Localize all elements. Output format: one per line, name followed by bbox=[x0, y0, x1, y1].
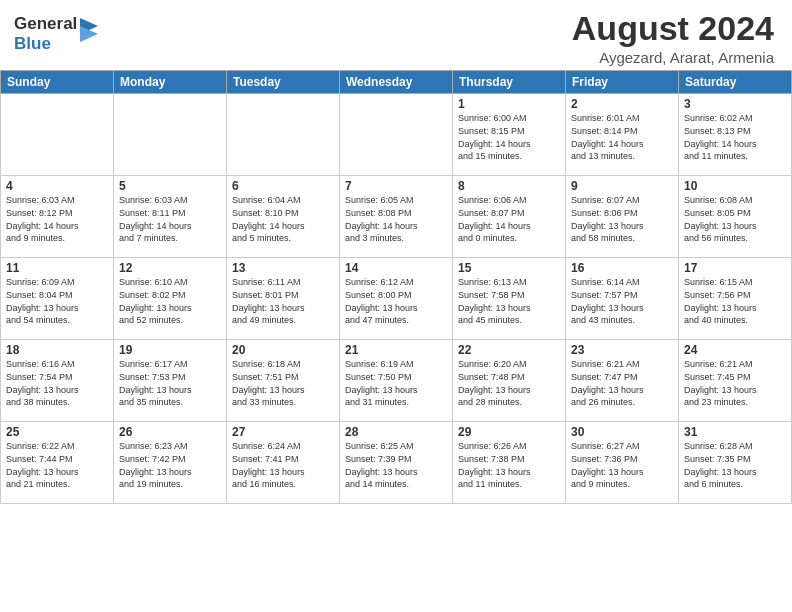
logo-wrap: General Blue bbox=[14, 10, 102, 53]
calendar-day-cell: 5Sunrise: 6:03 AMSunset: 8:11 PMDaylight… bbox=[114, 176, 227, 258]
calendar-day-cell: 9Sunrise: 6:07 AMSunset: 8:06 PMDaylight… bbox=[566, 176, 679, 258]
calendar-day-cell: 30Sunrise: 6:27 AMSunset: 7:36 PMDayligh… bbox=[566, 422, 679, 504]
day-info: Sunrise: 6:27 AMSunset: 7:36 PMDaylight:… bbox=[571, 440, 673, 490]
day-info: Sunrise: 6:03 AMSunset: 8:11 PMDaylight:… bbox=[119, 194, 221, 244]
day-number: 8 bbox=[458, 179, 560, 193]
day-info: Sunrise: 6:01 AMSunset: 8:14 PMDaylight:… bbox=[571, 112, 673, 162]
calendar-day-cell: 25Sunrise: 6:22 AMSunset: 7:44 PMDayligh… bbox=[1, 422, 114, 504]
calendar-day-cell: 8Sunrise: 6:06 AMSunset: 8:07 PMDaylight… bbox=[453, 176, 566, 258]
calendar-day-cell: 17Sunrise: 6:15 AMSunset: 7:56 PMDayligh… bbox=[679, 258, 792, 340]
day-info: Sunrise: 6:12 AMSunset: 8:00 PMDaylight:… bbox=[345, 276, 447, 326]
day-info: Sunrise: 6:26 AMSunset: 7:38 PMDaylight:… bbox=[458, 440, 560, 490]
day-number: 1 bbox=[458, 97, 560, 111]
calendar-day-cell: 11Sunrise: 6:09 AMSunset: 8:04 PMDayligh… bbox=[1, 258, 114, 340]
day-number: 17 bbox=[684, 261, 786, 275]
calendar-header-row: SundayMondayTuesdayWednesdayThursdayFrid… bbox=[1, 71, 792, 94]
calendar-day-header: Saturday bbox=[679, 71, 792, 94]
day-info: Sunrise: 6:11 AMSunset: 8:01 PMDaylight:… bbox=[232, 276, 334, 326]
day-number: 22 bbox=[458, 343, 560, 357]
logo-blue: Blue bbox=[14, 34, 51, 53]
calendar-day-cell: 16Sunrise: 6:14 AMSunset: 7:57 PMDayligh… bbox=[566, 258, 679, 340]
day-number: 5 bbox=[119, 179, 221, 193]
page-container: General Blue August 2024 Aygezard, Arara… bbox=[0, 0, 792, 612]
calendar-day-header: Tuesday bbox=[227, 71, 340, 94]
calendar-week-row: 1Sunrise: 6:00 AMSunset: 8:15 PMDaylight… bbox=[1, 94, 792, 176]
title-block: August 2024 Aygezard, Ararat, Armenia bbox=[572, 10, 774, 66]
day-number: 28 bbox=[345, 425, 447, 439]
day-number: 31 bbox=[684, 425, 786, 439]
day-number: 11 bbox=[6, 261, 108, 275]
calendar-day-header: Sunday bbox=[1, 71, 114, 94]
day-number: 12 bbox=[119, 261, 221, 275]
logo-text-block: General Blue bbox=[14, 14, 77, 53]
day-info: Sunrise: 6:13 AMSunset: 7:58 PMDaylight:… bbox=[458, 276, 560, 326]
day-number: 16 bbox=[571, 261, 673, 275]
logo-flag-icon bbox=[80, 16, 102, 44]
day-info: Sunrise: 6:28 AMSunset: 7:35 PMDaylight:… bbox=[684, 440, 786, 490]
calendar-day-cell bbox=[114, 94, 227, 176]
day-number: 24 bbox=[684, 343, 786, 357]
day-number: 9 bbox=[571, 179, 673, 193]
day-info: Sunrise: 6:10 AMSunset: 8:02 PMDaylight:… bbox=[119, 276, 221, 326]
calendar-day-cell: 7Sunrise: 6:05 AMSunset: 8:08 PMDaylight… bbox=[340, 176, 453, 258]
calendar-day-cell bbox=[227, 94, 340, 176]
day-number: 18 bbox=[6, 343, 108, 357]
day-number: 4 bbox=[6, 179, 108, 193]
day-info: Sunrise: 6:00 AMSunset: 8:15 PMDaylight:… bbox=[458, 112, 560, 162]
day-number: 2 bbox=[571, 97, 673, 111]
calendar-day-cell: 1Sunrise: 6:00 AMSunset: 8:15 PMDaylight… bbox=[453, 94, 566, 176]
calendar-day-cell: 15Sunrise: 6:13 AMSunset: 7:58 PMDayligh… bbox=[453, 258, 566, 340]
day-info: Sunrise: 6:23 AMSunset: 7:42 PMDaylight:… bbox=[119, 440, 221, 490]
day-info: Sunrise: 6:20 AMSunset: 7:48 PMDaylight:… bbox=[458, 358, 560, 408]
day-info: Sunrise: 6:07 AMSunset: 8:06 PMDaylight:… bbox=[571, 194, 673, 244]
day-info: Sunrise: 6:21 AMSunset: 7:47 PMDaylight:… bbox=[571, 358, 673, 408]
calendar-day-cell: 20Sunrise: 6:18 AMSunset: 7:51 PMDayligh… bbox=[227, 340, 340, 422]
calendar-day-cell: 12Sunrise: 6:10 AMSunset: 8:02 PMDayligh… bbox=[114, 258, 227, 340]
day-info: Sunrise: 6:03 AMSunset: 8:12 PMDaylight:… bbox=[6, 194, 108, 244]
calendar-day-cell: 4Sunrise: 6:03 AMSunset: 8:12 PMDaylight… bbox=[1, 176, 114, 258]
calendar-day-cell: 6Sunrise: 6:04 AMSunset: 8:10 PMDaylight… bbox=[227, 176, 340, 258]
day-number: 15 bbox=[458, 261, 560, 275]
day-number: 3 bbox=[684, 97, 786, 111]
calendar-day-header: Friday bbox=[566, 71, 679, 94]
header: General Blue August 2024 Aygezard, Arara… bbox=[0, 0, 792, 70]
day-info: Sunrise: 6:08 AMSunset: 8:05 PMDaylight:… bbox=[684, 194, 786, 244]
day-number: 7 bbox=[345, 179, 447, 193]
day-number: 10 bbox=[684, 179, 786, 193]
day-number: 29 bbox=[458, 425, 560, 439]
day-info: Sunrise: 6:16 AMSunset: 7:54 PMDaylight:… bbox=[6, 358, 108, 408]
day-info: Sunrise: 6:17 AMSunset: 7:53 PMDaylight:… bbox=[119, 358, 221, 408]
calendar-day-header: Thursday bbox=[453, 71, 566, 94]
day-number: 30 bbox=[571, 425, 673, 439]
day-number: 21 bbox=[345, 343, 447, 357]
calendar-day-cell: 19Sunrise: 6:17 AMSunset: 7:53 PMDayligh… bbox=[114, 340, 227, 422]
calendar-day-cell: 14Sunrise: 6:12 AMSunset: 8:00 PMDayligh… bbox=[340, 258, 453, 340]
day-number: 27 bbox=[232, 425, 334, 439]
calendar-day-cell: 13Sunrise: 6:11 AMSunset: 8:01 PMDayligh… bbox=[227, 258, 340, 340]
calendar-day-cell: 28Sunrise: 6:25 AMSunset: 7:39 PMDayligh… bbox=[340, 422, 453, 504]
day-info: Sunrise: 6:25 AMSunset: 7:39 PMDaylight:… bbox=[345, 440, 447, 490]
calendar-day-cell: 24Sunrise: 6:21 AMSunset: 7:45 PMDayligh… bbox=[679, 340, 792, 422]
calendar-day-header: Monday bbox=[114, 71, 227, 94]
calendar-day-cell: 29Sunrise: 6:26 AMSunset: 7:38 PMDayligh… bbox=[453, 422, 566, 504]
day-number: 25 bbox=[6, 425, 108, 439]
calendar-table: SundayMondayTuesdayWednesdayThursdayFrid… bbox=[0, 70, 792, 504]
calendar-day-cell: 3Sunrise: 6:02 AMSunset: 8:13 PMDaylight… bbox=[679, 94, 792, 176]
day-info: Sunrise: 6:14 AMSunset: 7:57 PMDaylight:… bbox=[571, 276, 673, 326]
day-number: 6 bbox=[232, 179, 334, 193]
calendar-day-cell: 10Sunrise: 6:08 AMSunset: 8:05 PMDayligh… bbox=[679, 176, 792, 258]
calendar-day-cell bbox=[340, 94, 453, 176]
day-number: 23 bbox=[571, 343, 673, 357]
day-number: 20 bbox=[232, 343, 334, 357]
calendar-day-cell: 23Sunrise: 6:21 AMSunset: 7:47 PMDayligh… bbox=[566, 340, 679, 422]
calendar-day-cell: 2Sunrise: 6:01 AMSunset: 8:14 PMDaylight… bbox=[566, 94, 679, 176]
calendar-day-cell: 27Sunrise: 6:24 AMSunset: 7:41 PMDayligh… bbox=[227, 422, 340, 504]
day-number: 26 bbox=[119, 425, 221, 439]
sub-title: Aygezard, Ararat, Armenia bbox=[572, 49, 774, 66]
day-info: Sunrise: 6:19 AMSunset: 7:50 PMDaylight:… bbox=[345, 358, 447, 408]
day-info: Sunrise: 6:21 AMSunset: 7:45 PMDaylight:… bbox=[684, 358, 786, 408]
day-info: Sunrise: 6:15 AMSunset: 7:56 PMDaylight:… bbox=[684, 276, 786, 326]
calendar-week-row: 25Sunrise: 6:22 AMSunset: 7:44 PMDayligh… bbox=[1, 422, 792, 504]
day-info: Sunrise: 6:06 AMSunset: 8:07 PMDaylight:… bbox=[458, 194, 560, 244]
day-info: Sunrise: 6:05 AMSunset: 8:08 PMDaylight:… bbox=[345, 194, 447, 244]
